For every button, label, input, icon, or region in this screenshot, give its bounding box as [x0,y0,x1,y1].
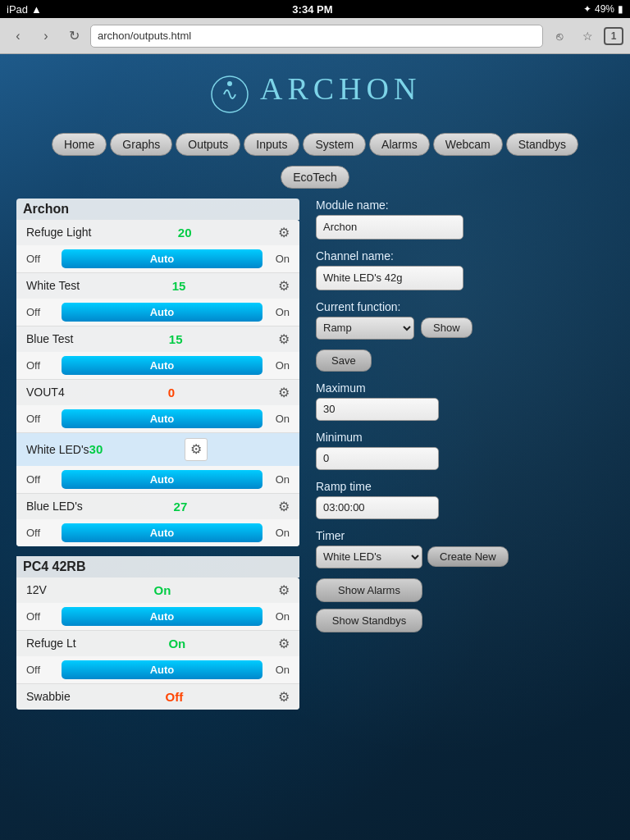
off-label-white-leds: Off [26,473,55,486]
gear-icon-white-leds[interactable]: ⚙ [190,441,202,457]
timer-select[interactable]: White LED's [316,546,422,568]
nav-webcam[interactable]: Webcam [433,133,503,156]
device-name-blue-test: Blue Test [26,332,73,345]
device-refuge-light: Refuge Light 20 ⚙ Off Auto On [16,220,299,273]
device-value-swabbie: Off [166,690,184,704]
nav-inputs[interactable]: Inputs [244,133,299,156]
ramp-time-label: Ramp time [316,480,614,493]
back-button[interactable]: ‹ [7,25,30,48]
gear-icon-blue-leds[interactable]: ⚙ [278,499,290,514]
gear-icon-vout4[interactable]: ⚙ [278,385,290,400]
forward-button[interactable]: › [34,25,57,48]
pc4-devices-box: 12V On ⚙ Off Auto On Refuge Lt On [16,578,299,710]
timer-row: White LED's Create New [316,546,614,568]
device-blue-leds-header: Blue LED's 27 ⚙ [16,494,299,519]
on-label-white-leds: On [269,473,290,486]
device-12v-header: 12V On ⚙ [16,578,299,603]
bluetooth-icon: ✦ [583,3,591,15]
gear-icon-blue-test[interactable]: ⚙ [278,331,290,347]
device-12v: 12V On ⚙ Off Auto On [16,578,299,631]
nav-alarms[interactable]: Alarms [369,133,430,156]
off-label-refuge-lt: Off [26,664,55,676]
status-left: iPad ▲ [7,3,42,16]
archon-devices-box: Refuge Light 20 ⚙ Off Auto On White Test… [16,220,299,546]
wifi-icon: ▲ [31,3,42,16]
auto-btn-vout4[interactable]: Auto [62,409,262,428]
device-controls-blue-test: Off Auto On [16,352,299,379]
save-button[interactable]: Save [316,349,372,372]
show-alarms-button[interactable]: Show Alarms [316,578,422,602]
function-select[interactable]: Ramp [316,317,414,340]
device-value-blue-leds: 27 [174,500,188,514]
status-right: ✦ 49% ▮ [583,3,623,15]
reload-button[interactable]: ↻ [62,25,85,48]
auto-btn-refuge[interactable]: Auto [62,249,262,268]
ramp-time-input[interactable] [316,496,439,519]
timer-label: Timer [316,529,614,542]
nav-graphs[interactable]: Graphs [110,133,172,156]
ocean-background: ARCHON Home Graphs Outputs Inputs System… [0,54,630,840]
show-standbys-button[interactable]: Show Standbys [316,609,422,632]
device-value-vout4: 0 [168,386,175,399]
show-button[interactable]: Show [421,317,472,338]
device-controls-white-leds: Off Auto On [16,466,299,493]
device-vout4: VOUT4 0 ⚙ Off Auto On [16,380,299,433]
auto-btn-blue-leds[interactable]: Auto [62,523,262,542]
nav-home[interactable]: Home [52,133,107,156]
time-display: 3:34 PM [292,3,332,16]
off-label-blue-leds: Off [26,527,55,539]
channel-name-group: Channel name: [316,249,614,290]
url-input[interactable] [90,25,543,48]
on-label-refuge: On [269,253,290,265]
channel-name-input[interactable] [316,266,463,290]
create-new-button[interactable]: Create New [427,546,509,567]
gear-icon-refuge-lt[interactable]: ⚙ [278,636,290,651]
bookmark-button[interactable]: ☆ [576,25,599,48]
share-button[interactable]: ⎋ [548,25,571,48]
auto-btn-white-test[interactable]: Auto [62,303,262,322]
off-label-blue-test: Off [26,359,55,372]
device-name-blue-leds: Blue LED's [26,500,83,513]
device-name-white-test: White Test [26,279,80,292]
off-label-12v: Off [26,610,55,623]
device-name-12v: 12V [26,583,47,596]
device-swabbie-header: Swabbie Off ⚙ [16,684,299,710]
nav-system[interactable]: System [303,133,366,156]
device-white-test-header: White Test 15 ⚙ [16,273,299,299]
device-swabbie: Swabbie Off ⚙ [16,684,299,710]
gear-icon-swabbie[interactable]: ⚙ [278,689,290,705]
device-controls-refuge-lt: Off Auto On [16,656,299,683]
device-value-white-leds: 30 [89,442,103,456]
gear-icon-12v[interactable]: ⚙ [278,582,290,598]
device-value-blue-test: 15 [169,332,183,346]
nav-outputs[interactable]: Outputs [176,133,240,156]
minimum-input[interactable] [316,447,439,470]
module-name-input[interactable] [316,215,463,240]
auto-btn-white-leds[interactable]: Auto [62,470,262,489]
on-label-vout4: On [269,413,290,425]
module-name-label: Module name: [316,199,614,212]
svg-point-1 [227,81,232,86]
device-blue-test: Blue Test 15 ⚙ Off Auto On [16,326,299,380]
auto-btn-12v[interactable]: Auto [62,607,262,626]
on-label-12v: On [269,610,290,623]
device-name-swabbie: Swabbie [26,690,71,703]
device-name-white-leds: White LED's [26,443,89,456]
device-value-refuge-lt: On [168,637,185,651]
maximum-input[interactable] [316,398,439,421]
battery-icon: ▮ [618,3,623,15]
device-name-refuge-lt: Refuge Lt [26,637,76,650]
gear-icon-white-test[interactable]: ⚙ [278,278,290,294]
nav-bar: Home Graphs Outputs Inputs System Alarms… [0,126,630,162]
device-vout4-header: VOUT4 0 ⚙ [16,380,299,405]
auto-btn-refuge-lt[interactable]: Auto [62,660,262,679]
auto-btn-blue-test[interactable]: Auto [62,356,262,375]
tab-count[interactable]: 1 [604,27,623,45]
logo-text: ARCHON [260,71,421,106]
status-bar: iPad ▲ 3:34 PM ✦ 49% ▮ [0,0,630,18]
device-white-leds-header: White LED's 30 ⚙ [16,433,299,466]
device-controls-white-test: Off Auto On [16,299,299,326]
nav-ecotech[interactable]: EcoTech [281,166,349,189]
gear-icon-refuge-light[interactable]: ⚙ [278,225,290,240]
nav-standbys[interactable]: Standbys [506,133,578,156]
